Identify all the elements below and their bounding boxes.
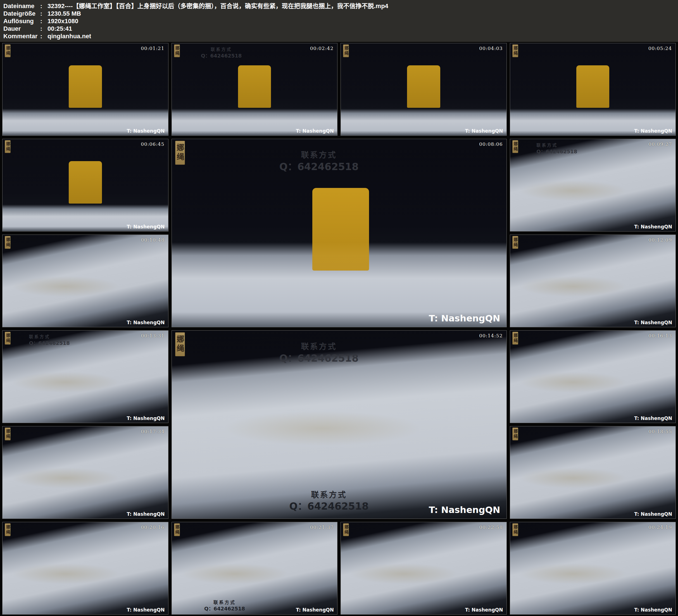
contact-watermark-label: 联系方式 — [201, 47, 242, 52]
metadata-value-filesize: 1230.55 MB — [47, 10, 81, 17]
video-thumbnail[interactable]: 娜绳 00:13:31 联系方式 Q：642462518 T: NashengQ… — [2, 330, 168, 423]
video-thumbnail[interactable]: 娜绳 00:16:13 T: NashengQN — [510, 330, 676, 423]
video-thumbnail[interactable]: 娜绳 00:20:16 T: NashengQN — [2, 522, 168, 615]
timestamp-overlay: 00:01:21 — [141, 45, 164, 51]
channel-watermark: T: NashengQN — [127, 320, 165, 325]
metadata-value-comment: qinglanhua.net — [47, 32, 91, 40]
timestamp-overlay: 00:06:45 — [141, 141, 164, 147]
video-thumbnail[interactable]: 娜绳 00:02:42 联系方式 Q：642462518 T: NashengQ… — [172, 43, 338, 136]
contact-watermark: 联系方式 Q：642462518 — [279, 342, 359, 365]
studio-seal-watermark: 娜绳 — [5, 140, 11, 153]
channel-watermark: T: NashengQN — [634, 224, 672, 230]
video-thumbnail[interactable]: 娜绳 00:18:55 T: NashengQN — [510, 426, 676, 519]
video-thumbnail[interactable]: 娜绳 00:21:37 联系方式 Q：642462518 T: NashengQ… — [172, 522, 338, 615]
studio-seal-watermark: 娜绳 — [174, 523, 180, 536]
contact-watermark-label: 联系方式 — [536, 143, 577, 148]
video-thumbnail[interactable]: 娜绳 00:24:19 T: NashengQN — [510, 522, 676, 615]
studio-seal-watermark: 娜绳 — [5, 44, 11, 57]
contact-watermark-number: Q：642462518 — [29, 340, 70, 346]
metadata-separator: : — [40, 2, 47, 10]
channel-watermark: T: NashengQN — [296, 128, 334, 134]
metadata-label: Kommentar — [3, 32, 40, 40]
channel-watermark: T: NashengQN — [634, 320, 672, 325]
channel-watermark: T: NashengQN — [634, 128, 672, 134]
timestamp-overlay: 00:21:37 — [310, 525, 334, 530]
contact-watermark: 联系方式 Q：642462518 — [204, 600, 245, 612]
studio-seal-watermark: 娜绳 — [175, 141, 185, 165]
timestamp-overlay: 00:22:58 — [479, 525, 502, 530]
metadata-label: Dauer — [3, 25, 40, 32]
contact-watermark: 联系方式 Q：642462518 — [290, 490, 369, 513]
metadata-label: Dateigröße — [3, 10, 40, 17]
contact-watermark-number: Q：642462518 — [536, 148, 577, 155]
file-metadata-panel: Dateiname : 32392----【娜绳工作室】【百合】上身捆好以后（多… — [0, 0, 678, 42]
contact-watermark-label: 联系方式 — [290, 490, 369, 500]
timestamp-overlay: 00:02:42 — [310, 45, 334, 51]
studio-seal-watermark: 娜绳 — [512, 332, 518, 345]
contact-watermark: 联系方式 Q：642462518 — [279, 150, 359, 173]
contact-watermark-label: 联系方式 — [279, 342, 359, 352]
contact-watermark: 联系方式 Q：642462518 — [201, 47, 242, 59]
metadata-row-filesize: Dateigröße : 1230.55 MB — [3, 10, 674, 17]
timestamp-overlay: 00:18:55 — [648, 429, 672, 434]
channel-watermark: T: NashengQN — [127, 511, 165, 517]
metadata-value-duration: 00:25:41 — [47, 25, 72, 32]
video-thumbnail[interactable]: 娜绳 00:10:48 T: NashengQN — [2, 235, 168, 327]
video-thumbnail[interactable]: 娜绳 00:09:27 联系方式 Q：642462518 T: NashengQ… — [510, 139, 676, 231]
video-thumbnail[interactable]: 娜绳 00:01:21 T: NashengQN — [2, 43, 168, 136]
video-thumbnail[interactable]: 娜绳 00:04:03 T: NashengQN — [341, 43, 507, 136]
contact-watermark-number: Q：642462518 — [201, 52, 242, 59]
metadata-separator: : — [40, 25, 47, 32]
contact-watermark-label: 联系方式 — [279, 150, 359, 160]
contact-watermark-label: 联系方式 — [204, 600, 245, 606]
video-thumbnail[interactable]: 娜绳 00:08:06 联系方式 Q：642462518 T: NashengQ… — [172, 139, 507, 327]
timestamp-overlay: 00:16:13 — [648, 333, 672, 339]
channel-watermark: T: NashengQN — [465, 128, 503, 134]
video-contact-sheet: Dateiname : 32392----【娜绳工作室】【百合】上身捆好以后（多… — [0, 0, 678, 616]
metadata-row-resolution: Auflösung : 1920x1080 — [3, 17, 674, 25]
studio-seal-watermark: 娜绳 — [5, 236, 11, 249]
metadata-separator: : — [40, 17, 47, 25]
metadata-separator: : — [40, 32, 47, 40]
metadata-label: Dateiname — [3, 2, 40, 10]
studio-seal-watermark: 娜绳 — [343, 44, 349, 57]
video-thumbnail[interactable]: 娜绳 00:17:34 T: NashengQN — [2, 426, 168, 519]
metadata-row-duration: Dauer : 00:25:41 — [3, 25, 674, 32]
video-thumbnail[interactable]: 娜绳 00:06:45 T: NashengQN — [2, 139, 168, 231]
channel-watermark: T: NashengQN — [127, 416, 165, 421]
channel-watermark: T: NashengQN — [127, 128, 165, 134]
channel-watermark: T: NashengQN — [429, 505, 500, 515]
contact-watermark: 联系方式 Q：642462518 — [536, 143, 577, 155]
timestamp-overlay: 00:04:03 — [479, 45, 502, 51]
contact-watermark-number: Q：642462518 — [204, 605, 245, 612]
timestamp-overlay: 00:10:48 — [141, 237, 164, 243]
timestamp-overlay: 00:08:06 — [479, 141, 502, 147]
studio-seal-watermark: 娜绳 — [343, 523, 349, 536]
video-thumbnail[interactable]: 娜绳 00:22:58 T: NashengQN — [341, 522, 507, 615]
metadata-row-filename: Dateiname : 32392----【娜绳工作室】【百合】上身捆好以后（多… — [3, 2, 674, 10]
studio-seal-watermark: 娜绳 — [512, 427, 518, 440]
studio-seal-watermark: 娜绳 — [5, 332, 11, 345]
channel-watermark: T: NashengQN — [465, 607, 503, 613]
timestamp-overlay: 00:14:52 — [479, 333, 502, 339]
timestamp-overlay: 00:05:24 — [648, 45, 672, 51]
studio-seal-watermark: 娜绳 — [5, 427, 11, 440]
timestamp-overlay: 00:17:34 — [141, 429, 164, 434]
video-thumbnail[interactable]: 娜绳 00:05:24 T: NashengQN — [510, 43, 676, 136]
studio-seal-watermark: 娜绳 — [512, 44, 518, 57]
studio-seal-watermark: 娜绳 — [512, 523, 518, 536]
channel-watermark: T: NashengQN — [127, 224, 165, 230]
channel-watermark: T: NashengQN — [634, 607, 672, 613]
studio-seal-watermark: 娜绳 — [174, 44, 180, 57]
studio-seal-watermark: 娜绳 — [175, 332, 185, 356]
contact-watermark: 联系方式 Q：642462518 — [29, 334, 70, 346]
timestamp-overlay: 00:12:09 — [648, 237, 672, 243]
timestamp-overlay: 00:09:27 — [648, 141, 672, 147]
video-thumbnail[interactable]: 娜绳 00:12:09 T: NashengQN — [510, 235, 676, 327]
metadata-row-comment: Kommentar : qinglanhua.net — [3, 32, 674, 40]
channel-watermark: T: NashengQN — [296, 607, 334, 613]
video-thumbnail[interactable]: 娜绳 00:14:52 联系方式 Q：642462518 联系方式 Q：6424… — [172, 330, 507, 519]
channel-watermark: T: NashengQN — [127, 607, 165, 613]
studio-seal-watermark: 娜绳 — [512, 236, 518, 249]
metadata-value-filename: 32392----【娜绳工作室】【百合】上身捆好以后（多密集的捆），百合说，确实… — [47, 2, 388, 10]
